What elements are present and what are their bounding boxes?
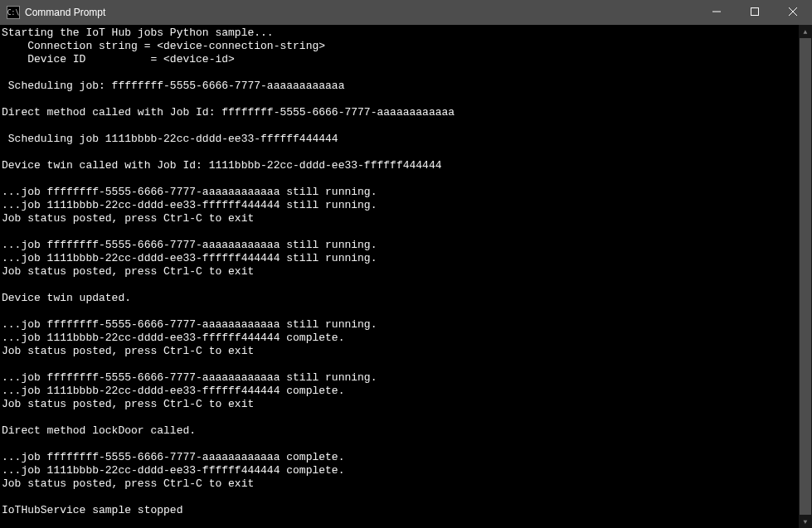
terminal-line: Device ID = <device-id> (2, 53, 799, 66)
terminal-line: Scheduling job 1111bbbb-22cc-dddd-ee33-f… (2, 133, 799, 146)
terminal-line: Direct method lockDoor called. (2, 424, 799, 438)
terminal-line: ...job ffffffff-5555-6666-7777-aaaaaaaaa… (2, 451, 799, 464)
terminal-line (2, 93, 799, 106)
terminal-line: Connection string = <device-connection-s… (2, 40, 799, 53)
terminal-line: Scheduling job: ffffffff-5555-6666-7777-… (2, 80, 799, 93)
terminal-line: ...job ffffffff-5555-6666-7777-aaaaaaaaa… (2, 186, 799, 199)
terminal-line (2, 358, 799, 371)
maximize-button[interactable] (736, 0, 774, 25)
scroll-up-arrow-icon[interactable]: ▲ (799, 25, 812, 38)
terminal-line: ...job 1111bbbb-22cc-dddd-ee33-ffffff444… (2, 332, 799, 345)
terminal-line (2, 438, 799, 451)
terminal-line: ...job 1111bbbb-22cc-dddd-ee33-ffffff444… (2, 385, 799, 398)
terminal-line: ...job ffffffff-5555-6666-7777-aaaaaaaaa… (2, 239, 799, 252)
window-controls (698, 0, 812, 25)
terminal-line: Job status posted, press Ctrl-C to exit (2, 212, 799, 225)
terminal-line: ...job 1111bbbb-22cc-dddd-ee33-ffffff444… (2, 199, 799, 212)
maximize-icon (751, 7, 759, 18)
minimize-button[interactable] (698, 0, 736, 25)
content-area: Starting the IoT Hub jobs Python sample.… (0, 25, 812, 528)
cmd-icon: C:\ (7, 6, 20, 19)
terminal-line: Job status posted, press Ctrl-C to exit (2, 398, 799, 411)
terminal-line: Job status posted, press Ctrl-C to exit (2, 477, 799, 491)
terminal-line: Device twin called with Job Id: 1111bbbb… (2, 159, 799, 172)
terminal-line (2, 279, 799, 292)
minimize-icon (712, 7, 721, 18)
terminal-line: Starting the IoT Hub jobs Python sample.… (2, 27, 799, 40)
close-icon (789, 7, 797, 18)
terminal-output[interactable]: Starting the IoT Hub jobs Python sample.… (0, 25, 799, 528)
window-title: Command Prompt (25, 7, 698, 18)
terminal-line (2, 66, 799, 80)
close-button[interactable] (774, 0, 812, 25)
terminal-line: Direct method called with Job Id: ffffff… (2, 106, 799, 119)
terminal-line: Device twin updated. (2, 292, 799, 305)
terminal-line (2, 411, 799, 424)
terminal-line (2, 119, 799, 133)
terminal-line: ...job 1111bbbb-22cc-dddd-ee33-ffffff444… (2, 464, 799, 477)
terminal-line: ...job ffffffff-5555-6666-7777-aaaaaaaaa… (2, 371, 799, 385)
terminal-line: IoTHubService sample stopped (2, 504, 799, 517)
terminal-line (2, 225, 799, 239)
scroll-down-arrow-icon[interactable]: ▼ (799, 515, 812, 528)
window-titlebar[interactable]: C:\ Command Prompt (0, 0, 812, 25)
scrollbar-thumb[interactable] (800, 38, 811, 515)
terminal-line: Job status posted, press Ctrl-C to exit (2, 345, 799, 358)
terminal-line: Job status posted, press Ctrl-C to exit (2, 265, 799, 279)
vertical-scrollbar[interactable]: ▲ ▼ (799, 25, 812, 528)
terminal-line (2, 305, 799, 318)
terminal-line (2, 491, 799, 504)
terminal-line (2, 146, 799, 159)
terminal-line: ...job 1111bbbb-22cc-dddd-ee33-ffffff444… (2, 252, 799, 265)
terminal-line: ...job ffffffff-5555-6666-7777-aaaaaaaaa… (2, 318, 799, 332)
svg-rect-1 (751, 8, 759, 16)
terminal-line (2, 172, 799, 186)
